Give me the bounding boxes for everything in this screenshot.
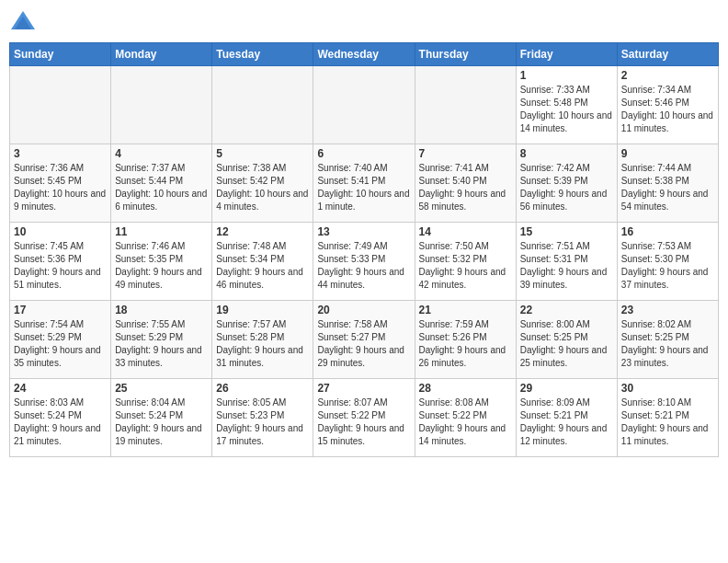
day-number: 10 xyxy=(14,225,107,238)
day-info: Sunrise: 8:08 AM Sunset: 5:22 PM Dayligh… xyxy=(419,396,512,448)
day-number: 29 xyxy=(520,382,613,395)
day-number: 19 xyxy=(216,304,309,316)
day-info: Sunrise: 8:00 AM Sunset: 5:25 PM Dayligh… xyxy=(520,318,613,370)
day-info: Sunrise: 7:37 AM Sunset: 5:44 PM Dayligh… xyxy=(115,162,208,213)
day-number: 16 xyxy=(621,225,714,238)
calendar-cell: 1Sunrise: 7:33 AM Sunset: 5:48 PM Daylig… xyxy=(516,66,617,144)
day-info: Sunrise: 7:36 AM Sunset: 5:45 PM Dayligh… xyxy=(14,162,107,213)
calendar-cell: 26Sunrise: 8:05 AM Sunset: 5:23 PM Dayli… xyxy=(212,379,313,457)
calendar-cell: 27Sunrise: 8:07 AM Sunset: 5:22 PM Dayli… xyxy=(313,379,415,457)
day-info: Sunrise: 7:57 AM Sunset: 5:28 PM Dayligh… xyxy=(216,318,309,370)
day-number: 4 xyxy=(115,147,208,160)
weekday-header-sunday: Sunday xyxy=(10,43,111,66)
day-number: 30 xyxy=(621,382,714,395)
day-number: 8 xyxy=(520,147,613,160)
calendar-cell: 14Sunrise: 7:50 AM Sunset: 5:32 PM Dayli… xyxy=(415,223,516,301)
day-number: 3 xyxy=(14,147,107,160)
calendar-cell: 9Sunrise: 7:44 AM Sunset: 5:38 PM Daylig… xyxy=(617,144,718,223)
day-info: Sunrise: 7:49 AM Sunset: 5:33 PM Dayligh… xyxy=(317,240,410,292)
calendar-cell: 30Sunrise: 8:10 AM Sunset: 5:21 PM Dayli… xyxy=(617,379,718,457)
day-number: 9 xyxy=(621,147,714,160)
day-info: Sunrise: 7:48 AM Sunset: 5:34 PM Dayligh… xyxy=(216,240,309,292)
calendar-cell: 12Sunrise: 7:48 AM Sunset: 5:34 PM Dayli… xyxy=(212,223,313,301)
weekday-header-saturday: Saturday xyxy=(617,43,718,66)
calendar-cell xyxy=(313,66,415,144)
day-number: 15 xyxy=(520,225,613,238)
day-number: 2 xyxy=(621,69,714,82)
calendar-cell: 5Sunrise: 7:38 AM Sunset: 5:42 PM Daylig… xyxy=(212,144,313,223)
day-info: Sunrise: 7:42 AM Sunset: 5:39 PM Dayligh… xyxy=(520,162,613,213)
day-number: 7 xyxy=(419,147,512,160)
day-number: 22 xyxy=(520,304,613,316)
day-info: Sunrise: 8:05 AM Sunset: 5:23 PM Dayligh… xyxy=(216,396,309,448)
calendar-cell xyxy=(415,66,516,144)
day-info: Sunrise: 7:51 AM Sunset: 5:31 PM Dayligh… xyxy=(520,240,613,292)
calendar-cell xyxy=(212,66,313,144)
calendar-cell: 22Sunrise: 8:00 AM Sunset: 5:25 PM Dayli… xyxy=(516,301,617,379)
calendar-cell xyxy=(111,66,212,144)
weekday-header-row: SundayMondayTuesdayWednesdayThursdayFrid… xyxy=(10,43,719,66)
day-number: 26 xyxy=(216,382,309,395)
day-number: 18 xyxy=(115,304,208,316)
day-number: 17 xyxy=(14,304,107,316)
calendar-cell: 3Sunrise: 7:36 AM Sunset: 5:45 PM Daylig… xyxy=(10,144,111,223)
calendar-week-5: 24Sunrise: 8:03 AM Sunset: 5:24 PM Dayli… xyxy=(10,379,719,457)
calendar-cell: 21Sunrise: 7:59 AM Sunset: 5:26 PM Dayli… xyxy=(415,301,516,379)
day-info: Sunrise: 8:02 AM Sunset: 5:25 PM Dayligh… xyxy=(621,318,714,370)
calendar-cell: 13Sunrise: 7:49 AM Sunset: 5:33 PM Dayli… xyxy=(313,223,415,301)
logo-icon xyxy=(9,9,37,37)
calendar-table: SundayMondayTuesdayWednesdayThursdayFrid… xyxy=(9,42,719,457)
calendar-week-1: 1Sunrise: 7:33 AM Sunset: 5:48 PM Daylig… xyxy=(10,66,719,144)
day-number: 23 xyxy=(621,304,714,316)
calendar-week-4: 17Sunrise: 7:54 AM Sunset: 5:29 PM Dayli… xyxy=(10,301,719,379)
day-number: 1 xyxy=(520,69,613,82)
day-number: 13 xyxy=(317,225,410,238)
day-info: Sunrise: 7:50 AM Sunset: 5:32 PM Dayligh… xyxy=(419,240,512,292)
day-info: Sunrise: 7:54 AM Sunset: 5:29 PM Dayligh… xyxy=(14,318,107,370)
day-number: 14 xyxy=(419,225,512,238)
day-info: Sunrise: 7:34 AM Sunset: 5:46 PM Dayligh… xyxy=(621,84,714,135)
calendar-cell: 18Sunrise: 7:55 AM Sunset: 5:29 PM Dayli… xyxy=(111,301,212,379)
day-info: Sunrise: 8:07 AM Sunset: 5:22 PM Dayligh… xyxy=(317,396,410,448)
calendar-cell: 29Sunrise: 8:09 AM Sunset: 5:21 PM Dayli… xyxy=(516,379,617,457)
day-number: 24 xyxy=(14,382,107,395)
day-number: 6 xyxy=(317,147,410,160)
calendar-cell: 28Sunrise: 8:08 AM Sunset: 5:22 PM Dayli… xyxy=(415,379,516,457)
calendar-cell: 16Sunrise: 7:53 AM Sunset: 5:30 PM Dayli… xyxy=(617,223,718,301)
calendar-week-2: 3Sunrise: 7:36 AM Sunset: 5:45 PM Daylig… xyxy=(10,144,719,223)
day-number: 20 xyxy=(317,304,410,316)
day-number: 12 xyxy=(216,225,309,238)
day-info: Sunrise: 7:59 AM Sunset: 5:26 PM Dayligh… xyxy=(419,318,512,370)
day-number: 28 xyxy=(419,382,512,395)
logo[interactable] xyxy=(9,9,40,37)
day-info: Sunrise: 7:40 AM Sunset: 5:41 PM Dayligh… xyxy=(317,162,410,213)
calendar-cell: 10Sunrise: 7:45 AM Sunset: 5:36 PM Dayli… xyxy=(10,223,111,301)
calendar-cell: 4Sunrise: 7:37 AM Sunset: 5:44 PM Daylig… xyxy=(111,144,212,223)
calendar-cell: 19Sunrise: 7:57 AM Sunset: 5:28 PM Dayli… xyxy=(212,301,313,379)
calendar-cell: 20Sunrise: 7:58 AM Sunset: 5:27 PM Dayli… xyxy=(313,301,415,379)
day-number: 11 xyxy=(115,225,208,238)
day-info: Sunrise: 7:58 AM Sunset: 5:27 PM Dayligh… xyxy=(317,318,410,370)
calendar-cell: 11Sunrise: 7:46 AM Sunset: 5:35 PM Dayli… xyxy=(111,223,212,301)
weekday-header-tuesday: Tuesday xyxy=(212,43,313,66)
day-info: Sunrise: 8:04 AM Sunset: 5:24 PM Dayligh… xyxy=(115,396,208,448)
calendar-cell xyxy=(10,66,111,144)
day-number: 25 xyxy=(115,382,208,395)
calendar-cell: 7Sunrise: 7:41 AM Sunset: 5:40 PM Daylig… xyxy=(415,144,516,223)
day-number: 27 xyxy=(317,382,410,395)
calendar-cell: 23Sunrise: 8:02 AM Sunset: 5:25 PM Dayli… xyxy=(617,301,718,379)
page-header xyxy=(9,9,719,37)
day-info: Sunrise: 8:09 AM Sunset: 5:21 PM Dayligh… xyxy=(520,396,613,448)
weekday-header-wednesday: Wednesday xyxy=(313,43,415,66)
day-info: Sunrise: 7:33 AM Sunset: 5:48 PM Dayligh… xyxy=(520,84,613,135)
day-info: Sunrise: 7:44 AM Sunset: 5:38 PM Dayligh… xyxy=(621,162,714,213)
weekday-header-monday: Monday xyxy=(111,43,212,66)
calendar-cell: 25Sunrise: 8:04 AM Sunset: 5:24 PM Dayli… xyxy=(111,379,212,457)
calendar-cell: 2Sunrise: 7:34 AM Sunset: 5:46 PM Daylig… xyxy=(617,66,718,144)
day-info: Sunrise: 7:53 AM Sunset: 5:30 PM Dayligh… xyxy=(621,240,714,292)
day-info: Sunrise: 8:03 AM Sunset: 5:24 PM Dayligh… xyxy=(14,396,107,448)
calendar-cell: 15Sunrise: 7:51 AM Sunset: 5:31 PM Dayli… xyxy=(516,223,617,301)
day-info: Sunrise: 7:41 AM Sunset: 5:40 PM Dayligh… xyxy=(419,162,512,213)
day-info: Sunrise: 7:46 AM Sunset: 5:35 PM Dayligh… xyxy=(115,240,208,292)
day-info: Sunrise: 8:10 AM Sunset: 5:21 PM Dayligh… xyxy=(621,396,714,448)
